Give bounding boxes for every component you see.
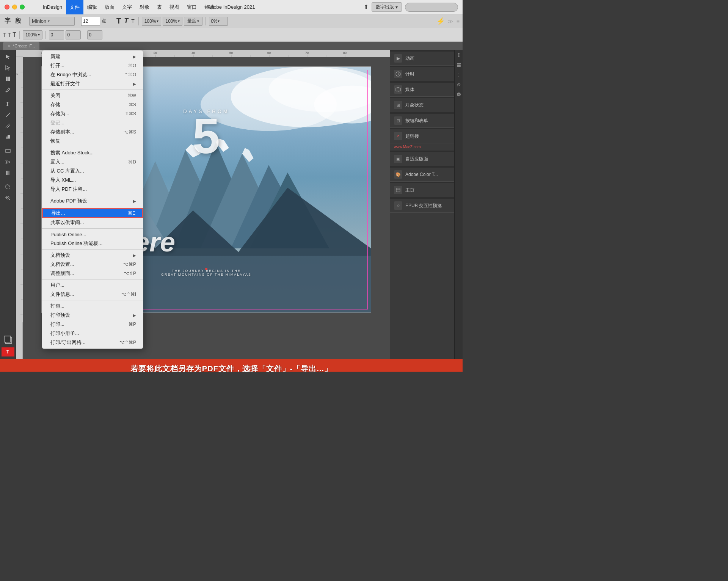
button-form-icon: ⊡ xyxy=(394,116,402,125)
menu-item-doc-settings[interactable]: 文档设置... ⌥⌘P xyxy=(42,260,143,269)
formatting-button[interactable]: T xyxy=(2,347,14,356)
t-small-icon[interactable]: T xyxy=(130,18,135,24)
gap-tool[interactable] xyxy=(2,74,14,84)
adaptive-layout-panel-item[interactable]: ▣ 自适应版面 xyxy=(390,152,454,166)
vertical-scale-dropdown[interactable]: 100%▾ xyxy=(163,17,182,26)
kerning-input[interactable]: 0 xyxy=(49,30,64,39)
menu-item-close[interactable]: 关闭 ⌘W xyxy=(42,91,143,100)
t2-superscript[interactable]: T xyxy=(3,32,6,38)
t2-subscript[interactable]: T xyxy=(8,32,11,38)
menu-window[interactable]: 窗口 xyxy=(183,0,201,14)
menu-layout[interactable]: 版面 xyxy=(101,0,118,14)
menu-view[interactable]: 视图 xyxy=(166,0,183,14)
menu-item-import-pdf[interactable]: 导入 PDF 注释... xyxy=(42,185,143,194)
share-icon[interactable]: ⬆ xyxy=(364,3,369,11)
timing-panel-item[interactable]: 计时 xyxy=(390,67,454,81)
menu-item-user[interactable]: 用户... xyxy=(42,281,143,290)
row2-scale-dropdown[interactable]: 100%▾ xyxy=(23,30,42,39)
menu-item-pdf-preset[interactable]: Adobe PDF 预设 ▶ xyxy=(42,196,143,206)
button-form-panel-item[interactable]: ⊡ 按钮和表单 xyxy=(390,114,454,128)
scissors-tool[interactable] xyxy=(2,157,14,167)
hyperlink-panel-item[interactable]: Z 超链接 xyxy=(390,129,454,143)
horizontal-scale-dropdown[interactable]: 100%▾ xyxy=(142,17,162,26)
menu-item-print-grid[interactable]: 打印/导出网格... ⌥⌃⌘P xyxy=(42,338,143,347)
font-name-dropdown[interactable]: Minion ▾ xyxy=(29,17,75,26)
menu-divider-4 xyxy=(42,207,143,207)
epub-preview-panel-item[interactable]: ◇ EPUB 交互性预览 xyxy=(390,199,454,213)
menu-item-print[interactable]: 打印... ⌘P xyxy=(42,320,143,329)
lightning-icon[interactable]: ⚡ xyxy=(436,17,445,25)
frp-icon4[interactable] xyxy=(455,81,462,88)
separator4 xyxy=(138,17,139,25)
menu-item-adjust-layout[interactable]: 调整版面... ⌥⇧P xyxy=(42,269,143,278)
menu-edit[interactable]: 编辑 xyxy=(83,0,101,14)
menu-section-1: 新建 ▶ 打开... ⌘O 在 Bridge 中浏览... ⌃⌘O 最近打开文件… xyxy=(42,52,143,88)
menu-item-bridge[interactable]: 在 Bridge 中浏览... ⌃⌘O xyxy=(42,70,143,79)
search-input[interactable] xyxy=(405,3,458,12)
menu-text[interactable]: 文字 xyxy=(118,0,136,14)
menu-table[interactable]: 表 xyxy=(153,0,166,14)
menu-indesign[interactable]: InDesign xyxy=(39,0,66,14)
menu-item-file-info[interactable]: 文件信息... ⌥⌃⌘I xyxy=(42,290,143,299)
menu-item-print-booklet[interactable]: 打印小册子... xyxy=(42,329,143,338)
frp-icon5[interactable]: A xyxy=(455,91,462,98)
animation-panel-item[interactable]: ▶ 动画 xyxy=(390,52,454,66)
pen-tool[interactable] xyxy=(2,85,14,95)
type-tool[interactable]: T xyxy=(2,99,14,109)
menu-item-place[interactable]: 置入... ⌘D xyxy=(42,157,143,166)
adobe-color-panel-item[interactable]: 🎨 Adobe Color T... xyxy=(390,168,454,182)
font-size-input[interactable]: 12 xyxy=(81,17,100,26)
menu-item-revert[interactable]: 恢复 xyxy=(42,137,143,146)
selection-tool[interactable] xyxy=(2,52,14,62)
digital-publish-button[interactable]: 数字出版 ▾ xyxy=(372,2,402,12)
menu-item-open[interactable]: 打开... ⌘O xyxy=(42,61,143,70)
menu-item-stock[interactable]: 搜索 Adobe Stock... xyxy=(42,148,143,157)
media-panel-item[interactable]: 媒体 xyxy=(390,83,454,97)
eraser-tool[interactable] xyxy=(2,132,14,142)
close-button[interactable] xyxy=(5,5,9,9)
menu-item-recent[interactable]: 最近打开文件 ▶ xyxy=(42,79,143,88)
menu-item-savecopy[interactable]: 存储副本... ⌥⌘S xyxy=(42,127,143,137)
t2-normal[interactable]: T xyxy=(13,31,16,38)
maximize-button[interactable] xyxy=(20,5,25,9)
menu-item-import-xml[interactable]: 导入 XML... xyxy=(42,176,143,185)
menu-item-save[interactable]: 存储 ⌘S xyxy=(42,100,143,109)
menu-item-saveas[interactable]: 存储为... ⇧⌘S xyxy=(42,109,143,118)
quantity-dropdown[interactable]: 量度▾ xyxy=(184,17,202,26)
menu-item-package[interactable]: 打包... xyxy=(42,301,143,311)
menu-apple[interactable] xyxy=(31,0,39,14)
zoom-tool[interactable] xyxy=(2,193,14,203)
minimize-button[interactable] xyxy=(12,5,17,9)
gradient-tool[interactable] xyxy=(2,168,14,178)
hand-tool[interactable] xyxy=(2,182,14,192)
menu-item-publish-online-panel[interactable]: Publish Online 功能板... xyxy=(42,239,143,248)
angle-input[interactable]: 0%▾ xyxy=(209,17,228,26)
frp-icon2[interactable] xyxy=(455,61,462,68)
menu-item-export[interactable]: 导出... ⌘E xyxy=(42,208,143,218)
line-tool[interactable] xyxy=(2,110,14,120)
menu-item-new[interactable]: 新建 ▶ xyxy=(42,52,143,61)
t-italic-icon[interactable]: T xyxy=(123,17,129,25)
menu-item-print-preset[interactable]: 打印预设 ▶ xyxy=(42,311,143,320)
menu-object[interactable]: 对象 xyxy=(136,0,153,14)
baseline-input[interactable]: 0 xyxy=(87,30,102,39)
menu-item-place-cc[interactable]: 从 CC 库置入... xyxy=(42,166,143,176)
menu-item-doc-preset[interactable]: 文档预设 ▶ xyxy=(42,251,143,260)
t-bold-icon[interactable]: T xyxy=(116,17,122,25)
rectangle-tool[interactable] xyxy=(2,146,14,156)
frp-icon3[interactable]: ⋮ xyxy=(455,71,462,78)
menu-item-share-review[interactable]: 共享以供审阅... xyxy=(42,218,143,227)
collapse-icon[interactable]: ≫ xyxy=(448,18,453,24)
frp-icon1[interactable] xyxy=(455,52,462,58)
menu-file[interactable]: 文件 xyxy=(66,0,83,14)
fill-stroke-indicator[interactable] xyxy=(2,334,14,345)
options-icon[interactable]: ≡ xyxy=(457,18,460,24)
master-pages-panel-item[interactable]: 主页 xyxy=(390,183,454,197)
menu-item-publish-online[interactable]: Publish Online... xyxy=(42,230,143,239)
direct-selection-tool[interactable] xyxy=(2,63,14,73)
pencil-tool[interactable] xyxy=(2,121,14,131)
tracking-input[interactable]: 0 xyxy=(66,30,81,39)
object-state-panel-item[interactable]: ⊞ 对象状态 xyxy=(390,98,454,112)
tab-document[interactable]: ✕ *Create_F... xyxy=(3,42,39,50)
menu-bar: InDesign 文件 编辑 版面 文字 对象 表 视图 窗口 帮助 xyxy=(31,0,218,14)
